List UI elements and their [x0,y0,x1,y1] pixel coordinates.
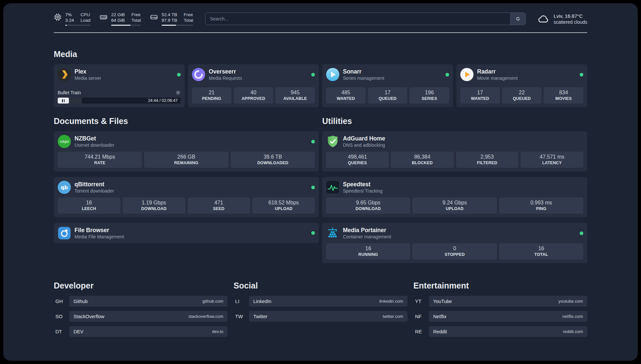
pause-icon [58,98,69,104]
bookmark-name: Netflix [433,314,563,319]
stat-label: MOVIES [545,96,582,101]
service-link-plex[interactable]: Plex Media server [58,68,181,81]
cpu-usage-value: 7% [65,12,74,17]
bookmark-row-twitter[interactable]: TW Twitter twitter.com [233,311,407,322]
stat-label: DOWNLOAD [327,206,409,211]
service-subtitle: Speedtest Tracking [343,188,382,194]
stat-value: 196 [411,89,448,96]
stat-value: 9.65 Gbps [327,199,409,206]
service-subtitle: Media Requests [209,75,242,81]
bookmark-row-stackoverflow[interactable]: SO StackOverflow stackoverflow.com [54,311,228,322]
search-provider-button[interactable]: G [510,13,525,25]
stat-label: APPROVED [235,96,272,101]
stat-tile: 945 AVAILABLE [275,87,315,104]
bookmark-row-reddit[interactable]: RE Reddit reddit.com [413,326,587,337]
service-card-filebrowser: File Browser Media File Management [54,223,319,243]
svg-text:qb: qb [61,185,68,191]
bookmark-row-linkedin[interactable]: LI LinkedIn linkedin.com [233,296,407,307]
stat-label: LEECH [59,206,119,211]
section-documents: Documents & Files nzbget NZBGet Usenet d… [54,116,319,243]
stat-tile: 9.24 Gbps UPLOAD [412,197,497,214]
status-dot [177,73,181,76]
bookmark-name: YouTube [433,299,559,304]
stat-label: TOTAL [501,252,582,257]
stat-label: RATE [59,160,140,166]
bookmark-pill[interactable]: YouTube youtube.com [429,296,587,307]
service-name: Overseerr [209,68,242,75]
service-link-nzbget[interactable]: nzbget NZBGet Usenet downloader [58,135,315,148]
stat-value: 498,461 [327,153,387,160]
disk-free-label: Free [184,12,193,17]
service-subtitle: Torrent downloader [75,188,114,194]
service-link-qbittorrent[interactable]: qb qBittorrent Torrent downloader [58,181,315,194]
stat-value: 16 [59,199,119,206]
bookmark-pill[interactable]: Reddit reddit.com [429,326,587,337]
service-name: Sonarr [343,68,384,75]
memory-icon [100,13,107,21]
bookmark-abbr: NF [413,314,429,319]
memory-free-label: Free [132,12,141,17]
service-subtitle: Series management [343,75,384,81]
section-title-media: Media [54,49,587,59]
bookmark-pill[interactable]: StackOverflow stackoverflow.com [69,311,228,322]
bookmark-abbr: RE [413,329,429,334]
search-input[interactable] [205,13,510,25]
section-media: Media Plex Media server [54,49,587,107]
stat-tile: 498,461 QUERIES [326,152,389,168]
stat-label: STOPPED [414,252,495,257]
stat-tile: 16 RUNNING [326,243,410,259]
stat-value: 945 [277,89,314,96]
service-subtitle: Media server [75,75,101,81]
stat-tile: 2,953 FILTERED [456,152,519,168]
section-title-entertainment: Entertainment [413,281,587,290]
stat-label: REMAINING [145,160,227,166]
bookmark-pill[interactable]: DEV dev.to [69,326,228,337]
stat-label: SEED [189,206,249,211]
service-link-radarr[interactable]: Radarr Movie management [460,68,583,81]
stat-tile: 16 TOTAL [499,243,583,259]
stat-label: LATENCY [522,160,582,166]
top-bar: 7% CPU 3.24 Load 22 GiB Free 64 G [54,3,587,32]
bookmark-row-netflix[interactable]: NF Netflix netflix.com [413,311,587,322]
memory-free-value: 22 GiB [111,12,125,17]
service-link-portainer[interactable]: Media Portainer Container management [326,227,583,240]
service-link-filebrowser[interactable]: File Browser Media File Management [58,227,315,240]
radarr-icon [460,68,473,81]
service-name: qBittorrent [75,181,114,188]
cpu-icon [54,13,62,21]
bookmark-pill[interactable]: Twitter twitter.com [249,311,407,322]
service-link-sonarr[interactable]: Sonarr Series management [326,68,449,81]
bookmark-row-github[interactable]: GH Github github.com [54,296,228,307]
stat-value: 40 [235,89,272,96]
overseerr-icon [192,68,205,81]
bookmark-pill[interactable]: LinkedIn linkedin.com [249,296,407,307]
bookmark-row-dev[interactable]: DT DEV dev.to [54,326,228,337]
service-name: NZBGet [75,135,114,142]
service-name: AdGuard Home [343,135,385,142]
bookmark-pill[interactable]: Netflix netflix.com [429,311,587,322]
service-card-overseerr: Overseerr Media Requests 21 PENDING 40 A… [188,64,319,107]
speedtest-icon [326,181,339,194]
bookmark-domain: linkedin.com [379,299,403,304]
bookmark-group-developer: Developer GH Github github.com SO StackO… [54,281,228,341]
stat-tile: 16 LEECH [58,197,120,214]
disk-total-value: 97.9 TB [162,17,177,23]
bookmark-abbr: LI [233,298,249,304]
disk-total-label: Total [184,17,193,23]
stat-value: 2,953 [457,153,517,160]
service-link-speedtest[interactable]: Speedtest Speedtest Tracking [326,181,583,194]
bookmark-pill[interactable]: Github github.com [69,296,228,307]
service-card-portainer: Media Portainer Container management 16 … [322,223,587,263]
stat-tile: 40 APPROVED [234,87,273,104]
bookmark-row-youtube[interactable]: YT YouTube youtube.com [413,296,587,307]
bookmark-domain: dev.to [212,329,223,334]
service-link-adguard[interactable]: AdGuard Home DNS and adblocking [326,135,583,148]
stat-value: 485 [327,89,364,96]
qbittorrent-icon: qb [58,181,71,194]
status-dot [311,186,315,189]
gear-icon[interactable] [175,90,181,95]
stat-label: QUEUED [369,96,406,101]
service-link-overseerr[interactable]: Overseerr Media Requests [192,68,315,81]
stat-value: 471 [189,199,249,206]
stat-label: UPLOAD [414,206,495,211]
